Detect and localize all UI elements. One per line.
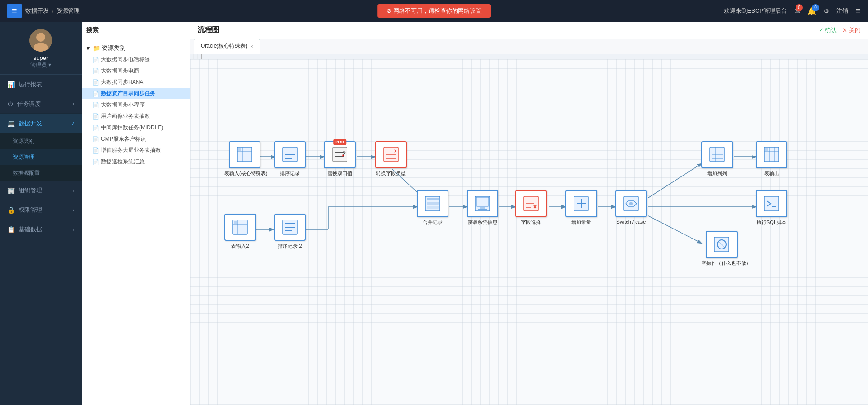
mail-button[interactable]: ✉ 0 — [794, 7, 800, 15]
canvas-title: 流程图 — [198, 25, 219, 35]
flow-node-sort2[interactable]: 排序记录 2 — [274, 214, 306, 249]
tree-item-label-7: CMP股东客户标识 — [101, 135, 146, 143]
node-box-table-input — [229, 141, 260, 168]
flow-node-sort[interactable]: 排序记录 — [274, 141, 306, 177]
sort-icon — [282, 146, 298, 163]
svg-rect-42 — [427, 198, 439, 200]
close-canvas-button[interactable]: ✕ 关闭 — [842, 26, 861, 34]
tree-item-9[interactable]: 📄 数据巡检系统汇总 — [82, 156, 190, 167]
tree-item-8[interactable]: 📄 增值服务大屏业务表抽数 — [82, 145, 190, 156]
confirm-button[interactable]: ✓ 确认 — [819, 26, 837, 34]
tree-file-icon-6: 📄 — [92, 125, 99, 131]
pro-badge: PRO — [333, 139, 346, 145]
breadcrumb-item-2[interactable]: 资源管理 — [56, 7, 80, 15]
tab-oracle[interactable]: Oracle(核心特殊表) × — [194, 39, 260, 54]
table-output-icon — [763, 146, 780, 163]
execsql-icon — [763, 195, 780, 212]
tree-file-icon-4: 📄 — [92, 102, 99, 108]
replace-icon — [332, 146, 348, 163]
flow-node-replace[interactable]: PRO 替换双口值 — [324, 141, 356, 177]
flow-node-table-input2[interactable]: 表输入2 — [224, 214, 256, 249]
tree-root-label: 资源类别 — [102, 44, 125, 52]
node-label-table-input: 表输入(核心特殊表) — [224, 170, 265, 177]
submenu-item-label-3: 数据源配置 — [13, 170, 40, 176]
node-label-noop: 空操作（什么也不做） — [701, 260, 742, 267]
tree-container: ▼ 📁 资源类别 📄 大数据同步电话标签 📄 大数据同步电商 📄 大数据同步HA… — [82, 39, 190, 405]
svg-rect-79 — [234, 221, 237, 224]
flow-node-table-input[interactable]: 表输入(核心特殊表) — [224, 141, 265, 177]
tree-root[interactable]: ▼ 📁 资源类别 — [82, 42, 190, 54]
settings-icon[interactable]: ⚙ — [824, 8, 829, 15]
tree-file-icon-2: 📄 — [92, 79, 99, 86]
flow-node-addcol[interactable]: 增加列列 — [701, 141, 733, 177]
tree-item-6[interactable]: 📄 中间库抽数任务(MIDDLE) — [82, 122, 190, 133]
flow-node-merge[interactable]: 合并记录 — [417, 190, 448, 226]
flow-node-noop[interactable]: 空操作（什么也不做） — [701, 231, 742, 267]
tree-item-3[interactable]: 📄 数据资产目录同步任务 — [82, 88, 190, 99]
submenu-item-label-2: 资源管理 — [13, 154, 34, 160]
logout-button[interactable]: 注销 — [836, 7, 848, 15]
bell-badge: 0 — [812, 4, 819, 11]
svg-rect-70 — [765, 148, 768, 151]
node-box-convert — [375, 141, 407, 168]
merge-icon — [424, 195, 441, 212]
tree-file-icon-5: 📄 — [92, 113, 99, 120]
svg-point-59 — [629, 202, 633, 205]
node-box-execsql — [756, 190, 787, 217]
tree-item-1[interactable]: 📄 大数据同步电商 — [82, 65, 190, 77]
top-nav: ☰ 数据开发 / 资源管理 ⊘ 网络不可用，请检查你的网络设置 欢迎来到ESCP… — [0, 0, 868, 22]
tree-file-icon-7: 📄 — [92, 136, 99, 142]
sidebar-item-org[interactable]: 🏢 组织管理 › — [0, 181, 82, 200]
flow-node-addconst[interactable]: 增加常量 — [565, 190, 597, 226]
node-box-noop — [706, 231, 738, 258]
flow-canvas[interactable]: 表输入(核心特殊表) 排序记录 — [190, 59, 868, 405]
sidebar-item-tasks[interactable]: ⏱ 任务调度 › — [0, 94, 82, 114]
tree-item-label-9: 数据巡检系统汇总 — [101, 158, 145, 166]
breadcrumb-item-1[interactable]: 数据开发 — [25, 7, 49, 15]
tree-item-4[interactable]: 📄 大数据同步小程序 — [82, 99, 190, 111]
noop-icon — [714, 236, 730, 253]
sidebar-item-basic-data[interactable]: 📋 基础数据 › — [0, 220, 82, 239]
user-role[interactable]: 管理员 ▾ — [30, 61, 51, 69]
submenu-item-resource-mgmt[interactable]: 资源管理 — [0, 149, 82, 165]
mail-badge: 0 — [796, 4, 803, 11]
username-label: super — [34, 54, 48, 61]
tree-item-7[interactable]: 📄 CMP股东客户标识 — [82, 133, 190, 145]
bell-button[interactable]: 🔔 0 — [807, 7, 816, 15]
tree-item-5[interactable]: 📄 用户画像业务表抽数 — [82, 111, 190, 122]
flow-node-sysinfo[interactable]: 获取系统信息 — [467, 190, 498, 226]
submenu-item-resource-category[interactable]: 资源类别 — [0, 133, 82, 149]
tab-label: Oracle(核心特殊表) — [201, 42, 247, 50]
basic-data-arrow-icon: › — [73, 227, 74, 232]
flow-node-convert[interactable]: 转换字段类型 — [375, 141, 407, 177]
node-label-fieldselect: 字段选择 — [521, 219, 541, 226]
table-input2-icon — [232, 219, 248, 235]
tree-item-0[interactable]: 📄 大数据同步电话标签 — [82, 54, 190, 65]
submenu-item-label-1: 资源类别 — [13, 138, 34, 144]
user-info: super 管理员 ▾ — [0, 22, 82, 75]
flow-node-execsql[interactable]: 执行SQL脚本 — [756, 190, 787, 226]
svg-rect-71 — [764, 196, 779, 211]
tree-item-2[interactable]: 📄 大数据同步HANA — [82, 77, 190, 88]
flow-node-fieldselect[interactable]: 字段选择 — [515, 190, 547, 226]
sidebar-item-permissions[interactable]: 🔒 权限管理 › — [0, 200, 82, 220]
nav-right: 欢迎来到ESCP管理后台 ✉ 0 🔔 0 ⚙ 注销 ☰ — [724, 7, 861, 15]
hamburger-button[interactable]: ☰ — [7, 4, 22, 18]
node-box-table-output — [756, 141, 787, 168]
scroll-dots: ▏▏▏ — [190, 54, 205, 59]
flow-node-switch[interactable]: Switch / case — [615, 190, 647, 224]
svg-line-14 — [648, 216, 701, 243]
flow-node-table-output[interactable]: 表输出 — [756, 141, 787, 177]
reports-icon: 📊 — [7, 81, 15, 88]
tab-close-icon[interactable]: × — [250, 44, 253, 49]
node-box-merge — [417, 190, 448, 217]
content-area: 搜索 ▼ 📁 资源类别 📄 大数据同步电话标签 📄 大数据同步电商 📄 — [82, 22, 868, 405]
table-input-icon — [236, 146, 253, 163]
submenu-item-datasource[interactable]: 数据源配置 — [0, 165, 82, 181]
tree-file-icon-0: 📄 — [92, 57, 99, 63]
node-label-sort: 排序记录 — [280, 170, 300, 177]
sidebar-item-reports[interactable]: 📊 运行报表 — [0, 75, 82, 94]
avatar — [29, 29, 52, 52]
menu-dots-icon[interactable]: ☰ — [855, 8, 861, 15]
sidebar-item-data-dev[interactable]: 💻 数据开发 ∨ — [0, 114, 82, 133]
